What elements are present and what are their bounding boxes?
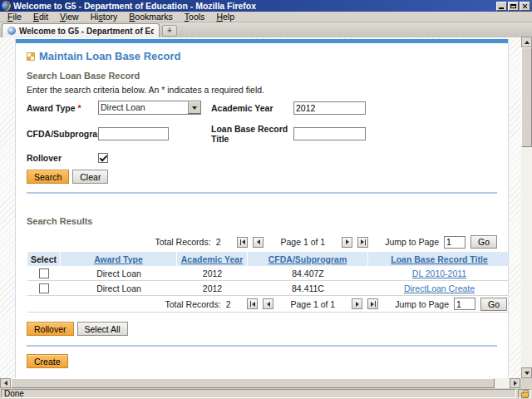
go-button[interactable]: Go: [470, 235, 497, 249]
close-button[interactable]: [520, 2, 530, 11]
record-title-link[interactable]: DL 2010-2011: [412, 268, 466, 278]
clear-button[interactable]: Clear: [72, 170, 108, 184]
total-records-label: Total Records:: [155, 237, 211, 247]
minimize-icon: [499, 7, 504, 9]
cfda-label: CFDA/Subprogram: [27, 129, 98, 139]
search-results-title: Search Results: [27, 216, 497, 226]
status-text: Done: [1, 389, 516, 398]
first-page-icon: [252, 302, 255, 307]
academic-year-input[interactable]: [293, 101, 366, 115]
row-select-checkbox[interactable]: [39, 283, 49, 293]
go-button[interactable]: Go: [480, 298, 507, 311]
header-cfda: CFDA/Subprogram: [248, 252, 368, 266]
row-select-checkbox[interactable]: [39, 268, 49, 278]
title-bar: Welcome to G5 - Department of Education …: [0, 0, 532, 12]
next-page-button[interactable]: [352, 298, 362, 309]
menu-bookmarks[interactable]: Bookmarks: [123, 12, 179, 22]
record-title-link[interactable]: DirectLoan Create: [404, 283, 475, 293]
header-academic-year-link[interactable]: Academic Year: [181, 254, 244, 264]
cell-cfda: 84.411C: [248, 281, 368, 295]
scroll-down-button[interactable]: [521, 367, 532, 378]
lock-icon: [521, 392, 529, 398]
page-top-bar: [16, 39, 508, 43]
cell-academic-year: 2012: [177, 281, 248, 295]
rollover-button[interactable]: Rollover: [27, 322, 74, 336]
required-asterisk: *: [77, 103, 81, 113]
results-table: Select Award Type Academic Year CFDA/Sub…: [27, 252, 509, 313]
tab-active[interactable]: Welcome to G5 - Department of Edu...: [2, 23, 160, 37]
menu-tools[interactable]: Tools: [179, 12, 211, 22]
select-dropdown-button[interactable]: [188, 101, 200, 114]
cell-award-type: Direct Loan: [61, 266, 177, 280]
header-award-type: Award Type: [61, 252, 177, 266]
first-page-icon: [242, 239, 245, 244]
scroll-right-button[interactable]: [510, 378, 520, 388]
scroll-left-button[interactable]: [0, 378, 11, 388]
vertical-scrollbar-thumb[interactable]: [521, 47, 532, 147]
minimize-button[interactable]: [496, 2, 507, 11]
next-page-button[interactable]: [342, 237, 352, 248]
first-page-button[interactable]: [247, 298, 258, 309]
loan-base-title-input[interactable]: [293, 127, 366, 140]
menu-history[interactable]: History: [85, 12, 124, 22]
select-all-button[interactable]: Select All: [77, 322, 128, 336]
award-type-select[interactable]: Direct Loan: [98, 101, 201, 115]
section-divider: [27, 192, 497, 194]
menu-bar: File Edit View History Bookmarks Tools H…: [0, 12, 532, 22]
header-award-type-link[interactable]: Award Type: [94, 254, 143, 264]
table-row: Direct Loan 2012 84.407Z DL 2010-2011: [27, 266, 509, 281]
table-header-row: Select Award Type Academic Year CFDA/Sub…: [27, 252, 509, 266]
header-title: Loan Base Record Title: [368, 252, 509, 266]
menu-view[interactable]: View: [54, 12, 85, 22]
prev-page-button[interactable]: [253, 237, 264, 248]
vertical-scrollbar[interactable]: [521, 37, 532, 378]
header-cfda-link[interactable]: CFDA/Subprogram: [268, 254, 347, 264]
horizontal-scrollbar-thumb[interactable]: [11, 378, 495, 388]
chevron-down-icon: [192, 106, 197, 110]
search-hint: Enter the search criteria below. An * in…: [27, 85, 497, 95]
next-page-icon: [356, 302, 359, 307]
restore-button[interactable]: [508, 2, 519, 11]
menu-file[interactable]: File: [2, 12, 27, 22]
arrow-down-icon: [525, 372, 530, 375]
menu-help[interactable]: Help: [210, 12, 240, 22]
header-title-link[interactable]: Loan Base Record Title: [391, 254, 488, 264]
prev-page-icon: [267, 302, 270, 307]
security-panel: [518, 389, 531, 398]
prev-page-button[interactable]: [263, 298, 273, 309]
globe-favicon-icon: [7, 27, 16, 35]
total-records-label: Total Records:: [165, 299, 221, 309]
header-select: Select: [27, 252, 61, 266]
create-button[interactable]: Create: [27, 354, 68, 368]
jump-to-page-input[interactable]: [444, 236, 466, 249]
section-divider: [27, 345, 497, 347]
scroll-up-button[interactable]: [521, 37, 532, 47]
jump-to-page-input[interactable]: [454, 298, 475, 310]
menu-edit[interactable]: Edit: [27, 12, 54, 22]
section-bullet-icon: [27, 52, 35, 61]
firefox-icon: [2, 2, 10, 10]
horizontal-scrollbar[interactable]: [0, 378, 532, 388]
status-bar: Done: [0, 388, 532, 399]
last-page-icon: [361, 239, 364, 244]
horizontal-scrollbar-track[interactable]: [11, 378, 510, 388]
search-button[interactable]: Search: [27, 170, 69, 184]
award-type-label: Award Type *: [27, 103, 98, 113]
rollover-checkbox[interactable]: [98, 153, 108, 163]
arrow-right-icon: [514, 381, 517, 386]
pagination-top: Total Records: 2 Page 1 of 1 Jump to Pag…: [27, 235, 497, 249]
total-records-value: 2: [216, 237, 221, 247]
first-page-button[interactable]: [237, 237, 248, 248]
cell-award-type: Direct Loan: [61, 281, 177, 295]
page-viewport: Maintain Loan Base Record Search Loan Ba…: [0, 37, 532, 378]
restore-icon: [510, 4, 516, 8]
cell-academic-year: 2012: [177, 266, 248, 280]
cfda-input[interactable]: [98, 127, 169, 140]
last-page-button[interactable]: [367, 298, 378, 309]
browser-window: Welcome to G5 - Department of Education …: [0, 0, 532, 399]
page-indicator: Page 1 of 1: [280, 237, 325, 247]
new-tab-button[interactable]: +: [162, 25, 177, 37]
last-page-button[interactable]: [357, 237, 368, 248]
page-indicator: Page 1 of 1: [290, 299, 335, 309]
rollover-label: Rollover: [27, 153, 98, 163]
